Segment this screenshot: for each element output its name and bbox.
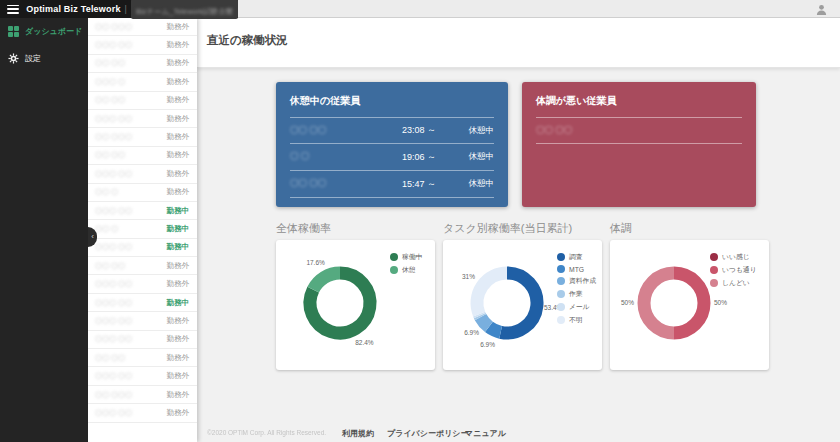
break-start-time: 19:06 ～ <box>370 151 436 164</box>
legend-dot <box>557 253 565 261</box>
user-account-icon[interactable] <box>815 3 828 16</box>
employee-row[interactable]: 〇〇 〇〇勤務外 <box>88 349 197 367</box>
legend-label: 調査 <box>569 252 583 262</box>
sidebar-item-label: ダッシュボード <box>25 26 82 37</box>
legend-label: いつも通り <box>722 265 757 275</box>
break-status: 休憩中 <box>436 125 494 137</box>
employee-name: 〇〇〇 〇〇 <box>95 40 132 50</box>
employee-status: 勤務外 <box>167 40 190 50</box>
employee-row[interactable]: 〇〇〇 〇〇勤務外 <box>88 165 197 183</box>
legend-label: 作業 <box>569 289 583 299</box>
legend-item[interactable]: 不明 <box>557 315 596 325</box>
donut-segment <box>480 316 481 318</box>
employee-row[interactable]: 〇〇〇 〇〇勤務中 <box>88 202 197 220</box>
employee-row[interactable]: 〇〇 〇勤務外 <box>88 184 197 202</box>
employee-name: 〇〇〇 〇〇 <box>95 206 132 216</box>
employee-status: 勤務外 <box>167 353 190 363</box>
legend-item[interactable]: 稼働中 <box>390 252 422 262</box>
employee-name: 〇〇 〇〇〇 <box>95 132 132 142</box>
legend-label: いい感じ <box>722 252 750 262</box>
employee-row[interactable]: 〇〇〇 〇〇勤務中 <box>88 239 197 257</box>
employee-status: 勤務中 <box>167 242 190 252</box>
donut-chart-task: 53.4%6.9%6.9%31%調査MTG資料作成作業メール不明 <box>443 240 602 370</box>
employee-row[interactable]: 〇〇 〇〇〇勤務外 <box>88 18 197 36</box>
gear-icon <box>8 53 19 64</box>
employee-name: 〇〇〇 〇〇 <box>95 408 132 418</box>
employee-status: 勤務外 <box>167 261 190 271</box>
chart-title-condition: 体調 <box>610 221 632 236</box>
employee-row[interactable]: 〇〇 〇〇勤務外 <box>88 257 197 275</box>
employee-name: 〇〇〇 〇〇 <box>95 371 132 381</box>
card-title: 休憩中の従業員 <box>276 82 508 108</box>
hamburger-menu-icon[interactable] <box>7 5 19 14</box>
employee-name: 〇〇〇 〇〇 <box>95 279 132 289</box>
legend-item[interactable]: MTG <box>557 265 596 273</box>
legend-item[interactable]: しんどい <box>710 278 757 288</box>
legend-label: 資料作成 <box>569 276 596 286</box>
employee-row[interactable]: 〇〇〇 〇〇勤務外 <box>88 275 197 293</box>
employee-row[interactable]: 〇〇 〇勤務中 <box>88 220 197 238</box>
segment-percent-label: 50% <box>714 299 727 306</box>
employee-name: 〇〇 〇〇 <box>290 125 370 137</box>
employee-status: 勤務外 <box>167 22 190 32</box>
app-title: Optimal Biz Telework <box>26 4 120 14</box>
legend-item[interactable]: 作業 <box>557 289 596 299</box>
employee-row[interactable]: 〇〇 〇〇〇勤務外 <box>88 386 197 404</box>
legend-dot <box>710 253 718 261</box>
donut-segment <box>501 273 537 333</box>
employee-status: 勤務中 <box>167 206 190 216</box>
employee-row[interactable]: 〇〇 〇〇〇勤務外 <box>88 128 197 146</box>
donut-segment <box>479 314 480 316</box>
tenant-badge: Bizチーム_Telework試験企業 <box>131 0 238 19</box>
card-title: 体調が悪い従業員 <box>522 82 756 108</box>
legend-item[interactable]: 調査 <box>557 252 596 262</box>
employee-row[interactable]: 〇〇 〇〇勤務外 <box>88 92 197 110</box>
legend-dot <box>557 316 565 324</box>
sidebar: ダッシュボード 設定 <box>0 18 88 442</box>
employee-status: 勤務外 <box>167 95 190 105</box>
employee-status: 勤務外 <box>167 279 190 289</box>
legend-item[interactable]: 休憩 <box>390 265 422 275</box>
employee-row[interactable]: 〇〇〇 〇〇勤務外 <box>88 110 197 128</box>
employee-status: 勤務外 <box>167 77 190 87</box>
employee-row[interactable]: 〇〇〇 〇〇勤務外 <box>88 331 197 349</box>
legend-dot <box>557 265 565 273</box>
employee-name: 〇 〇 <box>290 151 370 163</box>
chart-title-task: タスク別稼働率(当日累計) <box>443 221 572 236</box>
break-row: 〇〇 〇〇15:47 ～休憩中 <box>290 171 494 198</box>
legend-dot <box>557 290 565 298</box>
employee-name: 〇〇 〇〇 <box>536 125 742 137</box>
page-header: 直近の稼働状況 <box>197 18 840 68</box>
employee-row[interactable]: 〇〇〇 〇〇勤務中 <box>88 294 197 312</box>
employee-row[interactable]: 〇〇〇 〇〇勤務外 <box>88 312 197 330</box>
employee-status: 勤務外 <box>167 114 190 124</box>
break-row: 〇〇 〇〇23:08 ～休憩中 <box>290 117 494 144</box>
page: Optimal Biz Telework | Bizチーム_Telework試験… <box>0 0 840 442</box>
dashboard-grid-icon <box>8 26 19 37</box>
legend-item[interactable]: いつも通り <box>710 265 757 275</box>
employee-row[interactable]: 〇〇 〇〇勤務外 <box>88 147 197 165</box>
employee-status: 勤務外 <box>167 187 190 197</box>
employee-row[interactable]: 〇〇〇 〇勤務外 <box>88 73 197 91</box>
segment-percent-label: 82.4% <box>355 339 374 346</box>
employee-row[interactable]: 〇〇〇 〇〇勤務外 <box>88 367 197 385</box>
legend-item[interactable]: いい感じ <box>710 252 757 262</box>
footer-link-manual[interactable]: マニュアル <box>465 428 506 439</box>
donut-segment <box>477 273 507 314</box>
sidebar-item-settings[interactable]: 設定 <box>0 45 88 72</box>
employee-status: 勤務外 <box>167 408 190 418</box>
employee-row[interactable]: 〇〇〇 〇〇勤務外 <box>88 404 197 422</box>
footer-link-privacy[interactable]: プライバシーポリシー <box>387 428 469 439</box>
employee-row[interactable]: 〇〇〇 〇〇勤務外 <box>88 36 197 54</box>
legend-item[interactable]: メール <box>557 302 596 312</box>
footer-link-terms[interactable]: 利用規約 <box>342 428 374 439</box>
legend-dot <box>390 266 398 274</box>
employee-name: 〇〇〇 〇〇 <box>95 242 132 252</box>
sidebar-item-dashboard[interactable]: ダッシュボード <box>0 18 88 45</box>
legend-dot <box>710 266 718 274</box>
employee-name: 〇〇 〇〇 <box>95 353 125 363</box>
legend-item[interactable]: 資料作成 <box>557 276 596 286</box>
break-status: 休憩中 <box>436 178 494 190</box>
employee-row[interactable]: 〇〇 〇〇勤務外 <box>88 55 197 73</box>
employee-status: 勤務外 <box>167 150 190 160</box>
